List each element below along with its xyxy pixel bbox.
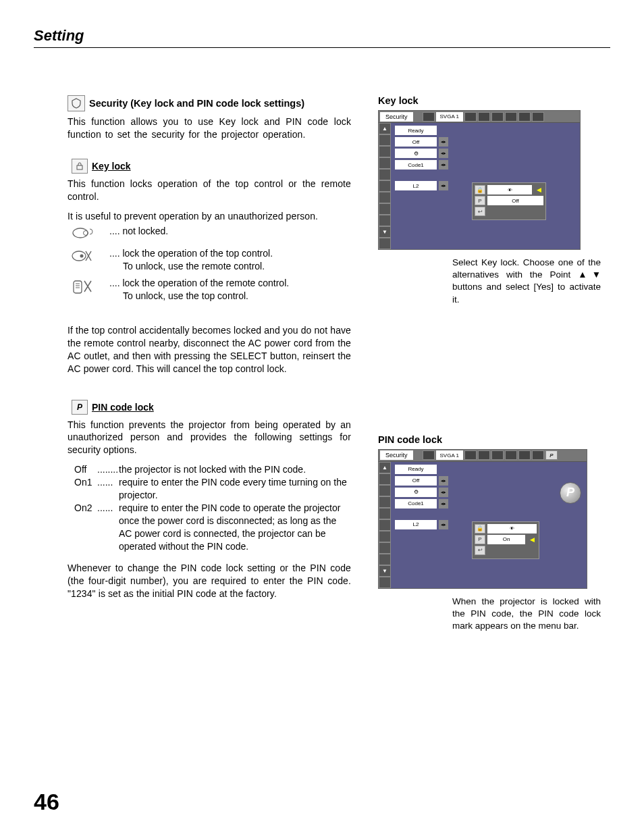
right-pinlock-heading: PIN code lock: [378, 434, 601, 445]
page-title: Setting: [34, 27, 610, 45]
unlocked-projector-icon: [68, 225, 97, 243]
osd-mode-label: SVGA 1: [436, 112, 463, 122]
osd-side-icon: [379, 485, 391, 496]
popup-pinlock-top: 👁: [487, 524, 537, 533]
locked-topcontrol-icon: [68, 247, 97, 267]
osd-down-icon: ▼: [379, 226, 391, 238]
osd-toolbar-icon: [423, 450, 435, 460]
keylock-icon: [72, 159, 88, 174]
popup-back-icon: ↩: [475, 546, 485, 555]
popup-pointer-icon: ◀: [527, 535, 537, 544]
osd-row-value: Ready: [395, 126, 437, 135]
osd-toolbar-pin-icon: P: [545, 450, 558, 460]
osd-arrow-icon: ◂▸: [439, 499, 448, 509]
osd-pinlock-popup: 🔒👁 POn◀ ↩: [472, 521, 539, 559]
content-area: Security (Key lock and PIN code lock set…: [34, 95, 610, 633]
osd-row-value: Off: [395, 137, 437, 147]
pinlock-options: Off ........ the projector is not locked…: [68, 463, 351, 552]
keylock-p2: It is useful to prevent operation by an …: [68, 210, 351, 223]
locked-remote-icon: [68, 277, 97, 298]
osd-toolbar-icon: [532, 450, 544, 460]
osd-arrow-icon: ◂▸: [439, 181, 448, 190]
osd-arrow-icon: ◂▸: [439, 476, 448, 486]
dots: ......: [97, 476, 119, 502]
osd-up-icon: ▲: [379, 123, 391, 134]
keylock-opt-remotecontrol: .... lock the operation of the remote co…: [68, 277, 351, 303]
osd-side-icon: [379, 157, 391, 169]
osd-toolbar-icon: [491, 112, 504, 122]
keylock-note: If the top control accidentally becomes …: [68, 324, 351, 375]
pinlock-icon: P: [72, 400, 88, 415]
keylock-opt1-text: .... not locked.: [109, 225, 351, 238]
keylock-heading-row: Key lock: [68, 159, 351, 174]
osd-pinlock-screenshot: Security SVGA 1 P ▲: [378, 449, 587, 589]
popup-lock-icon: 🔒: [475, 524, 485, 533]
security-intro: This function allows you to use Key lock…: [68, 115, 351, 141]
osd-toolbar-icon: [478, 450, 490, 460]
security-heading: Security (Key lock and PIN code lock set…: [89, 98, 304, 109]
osd-side-icon: [379, 146, 391, 157]
svg-rect-5: [74, 281, 82, 293]
osd-row-value: L2: [395, 181, 437, 190]
svg-rect-0: [77, 165, 82, 170]
keylock-opt-topcontrol: .... lock the operation of the top contr…: [68, 247, 351, 273]
osd-arrow-icon: ◂▸: [439, 520, 448, 529]
popup-keylock-off: Off: [487, 196, 543, 205]
osd-side-icon: [379, 519, 391, 531]
keylock-opt2b: To unlock, use the remote control.: [109, 261, 265, 271]
osd-row-value: Off: [395, 476, 437, 486]
keylock-opt2-text: .... lock the operation of the top contr…: [109, 247, 351, 273]
page-number: 46: [34, 789, 59, 815]
osd-arrow-icon: ◂▸: [439, 137, 448, 147]
svg-point-4: [80, 255, 84, 258]
osd-toolbar-icon: [518, 112, 531, 122]
osd-arrow-icon: ◂▸: [439, 149, 448, 158]
osd-side-icon: [379, 192, 391, 203]
osd-toolbar-icon: [518, 450, 531, 460]
osd-main-area: Ready Off◂▸ ⚙◂▸ Code1◂▸ L2◂▸ 🔒👁 POn◀ ↩ P: [391, 462, 587, 588]
osd-toolbar-icon: [464, 450, 477, 460]
osd-side-icon: [379, 542, 391, 554]
osd-side-icon: [379, 531, 391, 542]
keylock-opt3-text: .... lock the operation of the remote co…: [109, 277, 351, 303]
pinlock-on2-label: On2: [74, 502, 97, 553]
keylock-opt3a: .... lock the operation of the remote co…: [109, 278, 289, 288]
osd-side-icon: [379, 238, 391, 249]
pin-lock-badge-icon: P: [560, 482, 581, 504]
pinlock-heading-row: P PIN code lock: [68, 400, 351, 415]
keylock-caption: Select Key lock. Choose one of the alter…: [378, 257, 601, 306]
pinlock-intro: This function prevents the projector fro…: [68, 419, 351, 457]
osd-main-area: Ready Off◂▸ ⚙◂▸ Code1◂▸ L2◂▸ 🔒👁◀ POff ↩: [391, 123, 580, 249]
osd-side-icon: [379, 577, 391, 588]
dots: ......: [97, 502, 119, 553]
osd-side-icon: [379, 473, 391, 485]
osd-sidebar: ▲ ▼: [379, 123, 391, 249]
pinlock-on1-text: require to enter the PIN code every time…: [119, 476, 351, 502]
osd-down-icon: ▼: [379, 565, 391, 577]
pinlock-off-label: Off: [74, 463, 97, 476]
keylock-p1: This function locks operation of the top…: [68, 178, 351, 203]
osd-side-icon: [379, 203, 391, 215]
osd-keylock-popup: 🔒👁◀ POff ↩: [472, 182, 546, 220]
osd-toolbar-icon: [532, 112, 544, 122]
osd-toolbar-icon: [505, 450, 517, 460]
popup-pointer-icon: ◀: [534, 185, 543, 194]
osd-title-tab: Security: [380, 112, 413, 122]
osd-side-icon: [379, 215, 391, 226]
osd-toolbar-icon: [505, 112, 517, 122]
right-column: Key lock Security SVGA 1 ▲: [378, 95, 601, 633]
osd-row-value: L2: [395, 520, 437, 529]
dots: ........: [97, 463, 119, 476]
pinlock-off-text: the projector is not locked with the PIN…: [119, 463, 351, 476]
popup-pinlock-on: On: [487, 535, 525, 544]
pinlock-note: Whenever to change the PIN code lock set…: [68, 562, 351, 600]
osd-toolbar-icon: [478, 112, 490, 122]
right-keylock-heading: Key lock: [378, 95, 601, 106]
popup-keylock-value: 👁: [487, 185, 532, 194]
osd-side-icon: [379, 508, 391, 519]
pinlock-heading: PIN code lock: [92, 402, 154, 413]
osd-side-icon: [379, 554, 391, 565]
osd-side-icon: [379, 169, 391, 180]
osd-side-icon: [379, 134, 391, 146]
keylock-opt3b: To unlock, use the top control.: [109, 290, 248, 301]
